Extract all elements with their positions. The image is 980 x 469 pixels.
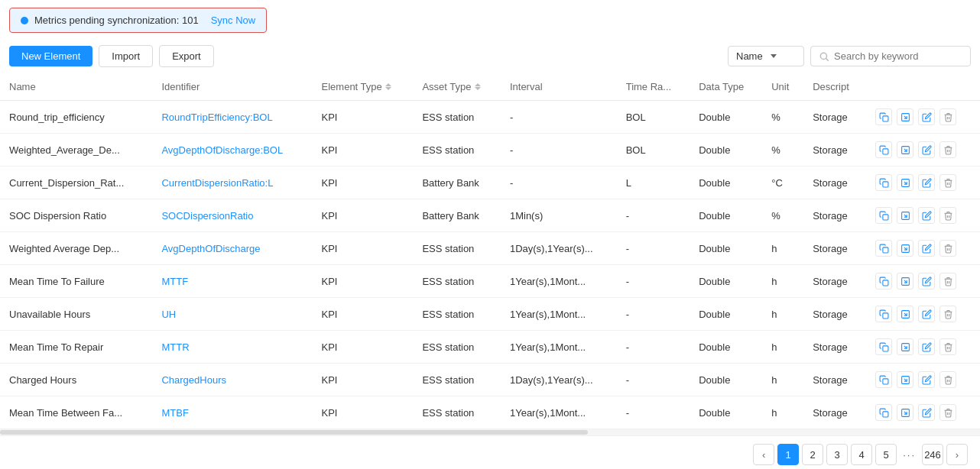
- horizontal-scrollbar[interactable]: [0, 429, 980, 435]
- delete-icon[interactable]: [939, 338, 956, 355]
- edit-icon[interactable]: [918, 371, 935, 388]
- cell-time-range: -: [617, 232, 690, 265]
- export-row-icon[interactable]: [897, 240, 913, 257]
- filter-label: Name: [736, 50, 763, 62]
- edit-icon[interactable]: [918, 273, 935, 289]
- cell-element-type: KPI: [313, 265, 414, 298]
- delete-icon[interactable]: [939, 108, 956, 125]
- edit-icon[interactable]: [918, 306, 935, 322]
- delete-icon[interactable]: [939, 273, 956, 289]
- filter-select[interactable]: Name: [728, 46, 804, 66]
- delete-icon[interactable]: [939, 141, 956, 158]
- cell-actions: [866, 199, 980, 232]
- delete-icon[interactable]: [939, 371, 956, 388]
- export-row-icon[interactable]: [897, 338, 913, 355]
- cell-data-type: Double: [690, 232, 762, 265]
- svg-rect-14: [883, 247, 888, 252]
- copy-icon[interactable]: [875, 306, 892, 322]
- svg-rect-23: [883, 345, 888, 351]
- delete-icon[interactable]: [939, 174, 956, 191]
- svg-rect-20: [883, 312, 888, 318]
- cell-name: Current_Dispersion_Rat...: [0, 167, 152, 199]
- svg-rect-5: [883, 148, 888, 154]
- prev-page-button[interactable]: ‹: [753, 444, 774, 465]
- cell-unit: h: [762, 298, 803, 331]
- export-row-icon[interactable]: [897, 371, 913, 388]
- delete-icon[interactable]: [939, 207, 956, 224]
- copy-icon[interactable]: [875, 273, 892, 289]
- sync-now-link[interactable]: Sync Now: [211, 15, 256, 26]
- cell-asset-type: ESS station: [413, 396, 501, 429]
- table-row: Unavailable Hours UH KPI ESS station 1Ye…: [0, 298, 980, 331]
- col-time-range: Time Ra...: [617, 73, 690, 101]
- page-last-button[interactable]: 246: [922, 444, 943, 465]
- cell-actions: [866, 265, 980, 298]
- new-element-button[interactable]: New Element: [9, 46, 92, 66]
- cell-time-range: -: [617, 199, 690, 232]
- cell-unit: h: [762, 396, 803, 429]
- edit-icon[interactable]: [918, 338, 935, 355]
- svg-rect-26: [883, 378, 888, 383]
- export-row-icon[interactable]: [897, 207, 913, 224]
- export-row-icon[interactable]: [897, 273, 913, 289]
- cell-actions: [866, 298, 980, 331]
- cell-data-type: Double: [690, 101, 762, 134]
- cell-asset-type: ESS station: [413, 101, 501, 134]
- page-3-button[interactable]: 3: [826, 444, 848, 465]
- cell-actions: [866, 232, 980, 265]
- delete-icon[interactable]: [939, 306, 956, 322]
- page-2-button[interactable]: 2: [802, 444, 823, 465]
- edit-icon[interactable]: [918, 108, 935, 125]
- cell-description: Storage: [803, 396, 866, 429]
- col-element-type[interactable]: Element Type: [313, 73, 414, 101]
- copy-icon[interactable]: [875, 240, 892, 257]
- export-row-icon[interactable]: [897, 108, 913, 125]
- copy-icon[interactable]: [875, 338, 892, 355]
- export-row-icon[interactable]: [897, 404, 913, 421]
- cell-unit: h: [762, 232, 803, 265]
- sync-indicator-dot: [21, 17, 28, 24]
- cell-description: Storage: [803, 101, 866, 134]
- edit-icon[interactable]: [918, 404, 935, 421]
- search-icon: [819, 51, 829, 62]
- copy-icon[interactable]: [875, 141, 892, 158]
- cell-identifier: MTTR: [152, 331, 312, 364]
- cell-asset-type: Battery Bank: [413, 199, 501, 232]
- copy-icon[interactable]: [875, 404, 892, 421]
- page-5-button[interactable]: 5: [875, 444, 897, 465]
- edit-icon[interactable]: [918, 240, 935, 257]
- col-description: Descript: [803, 73, 866, 101]
- cell-identifier: CurrentDispersionRatio:L: [152, 167, 312, 199]
- delete-icon[interactable]: [939, 404, 956, 421]
- page-1-button[interactable]: 1: [777, 444, 799, 465]
- cell-time-range: BOL: [617, 101, 690, 134]
- import-button[interactable]: Import: [99, 45, 153, 67]
- export-row-icon[interactable]: [897, 141, 913, 158]
- edit-icon[interactable]: [918, 174, 935, 191]
- copy-icon[interactable]: [875, 371, 892, 388]
- search-input[interactable]: [834, 50, 962, 62]
- table-header: Name Identifier Element Type Asset Type: [0, 73, 980, 101]
- cell-asset-type: ESS station: [413, 265, 501, 298]
- cell-time-range: -: [617, 396, 690, 429]
- copy-icon[interactable]: [875, 174, 892, 191]
- cell-description: Storage: [803, 232, 866, 265]
- export-button[interactable]: Export: [159, 45, 214, 67]
- cell-name: Mean Time To Repair: [0, 331, 152, 364]
- export-row-icon[interactable]: [897, 174, 913, 191]
- page-4-button[interactable]: 4: [851, 444, 872, 465]
- col-asset-type[interactable]: Asset Type: [413, 73, 501, 101]
- cell-time-range: L: [617, 167, 690, 199]
- cell-element-type: KPI: [313, 364, 414, 396]
- cell-name: Mean Time Between Fa...: [0, 396, 152, 429]
- edit-icon[interactable]: [918, 207, 935, 224]
- delete-icon[interactable]: [939, 240, 956, 257]
- next-page-button[interactable]: ›: [946, 444, 968, 465]
- cell-actions: [866, 364, 980, 396]
- edit-icon[interactable]: [918, 141, 935, 158]
- cell-data-type: Double: [690, 265, 762, 298]
- copy-icon[interactable]: [875, 207, 892, 224]
- sync-text: Metrics pending synchronization: 101: [34, 15, 199, 26]
- export-row-icon[interactable]: [897, 306, 913, 322]
- copy-icon[interactable]: [875, 108, 892, 125]
